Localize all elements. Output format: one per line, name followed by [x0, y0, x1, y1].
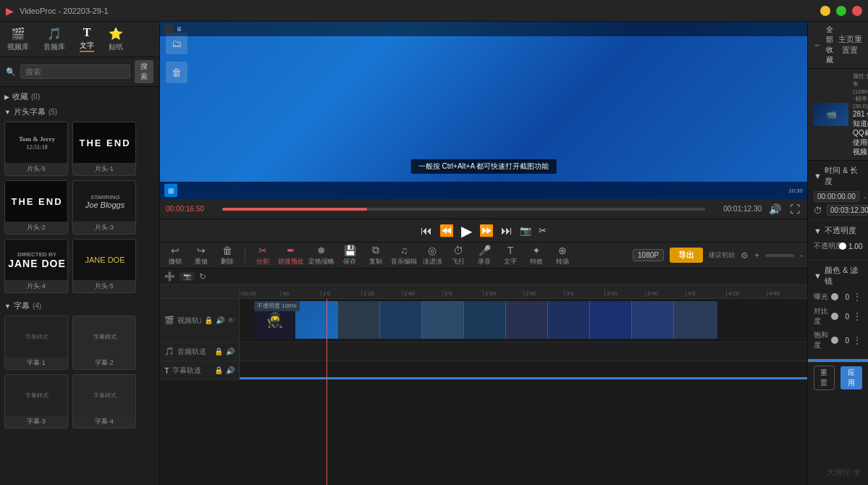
search-input[interactable]	[20, 64, 130, 79]
tl-delete-button[interactable]: 🗑 删除	[216, 245, 238, 266]
ruler-mark-1: 40	[280, 290, 321, 297]
back-button[interactable]: ←	[814, 41, 822, 49]
eye-icon[interactable]: 👁	[227, 316, 235, 324]
tl-save-button[interactable]: 💾 保存	[339, 245, 361, 266]
time-section-header[interactable]: ▼ 时间 & 长度	[814, 165, 862, 187]
next-frame-button[interactable]: ⏭	[501, 224, 513, 237]
video-thumb-5	[464, 301, 506, 339]
tl-fade-button[interactable]: ◎ 淡进淡	[421, 245, 443, 266]
opacity-stepper[interactable]: ⋮	[865, 240, 868, 252]
tl-stitch-button[interactable]: ✒ 拼接预处	[278, 245, 304, 266]
clock-icon: ⏱	[814, 206, 822, 216]
audio-lock-icon[interactable]: 🔒	[214, 347, 223, 355]
play-button[interactable]: ▶	[461, 222, 472, 240]
tl-mic-button[interactable]: 🎤 录音	[473, 245, 495, 266]
card-joe-bloggs-label: 片头·3	[73, 222, 135, 234]
exposure-stepper[interactable]: ⋮	[852, 291, 862, 303]
toolbar-item-effects[interactable]: ⭐ 贴纸	[109, 27, 123, 52]
reset-all-button[interactable]: 主页重置置	[838, 34, 862, 56]
subtitle-section-header[interactable]: ▼ 字幕 (4)	[4, 300, 155, 311]
card-the-end-2[interactable]: THE END 片头·2	[4, 180, 68, 235]
add-track-icon[interactable]: ➕	[164, 271, 175, 282]
export-button[interactable]: 导出	[670, 248, 703, 263]
sub-card-2-label: 字幕·2	[73, 357, 135, 369]
lock-icon[interactable]: 🔒	[204, 316, 213, 324]
minimize-button[interactable]	[820, 6, 830, 16]
card-jane-doe-1[interactable]: DIRECTED BY JANE DOE 片头·4	[4, 239, 68, 293]
tl-undo-button[interactable]: ↩ 撤销	[164, 245, 186, 266]
subtitle-card-4[interactable]: 字幕样式 字幕·4	[72, 374, 136, 429]
video-track-header: 🎬 视频轨道 🔒 🔊 👁	[160, 299, 240, 342]
volume-button[interactable]: 🔊	[767, 203, 783, 215]
toolbar-item-audio[interactable]: 🎵 音频库	[43, 27, 65, 52]
subtitle-track-body[interactable]	[240, 361, 807, 379]
fullscreen-button[interactable]: ⛶	[788, 203, 801, 215]
sub-lock-icon[interactable]: 🔒	[214, 366, 223, 374]
maximize-button[interactable]	[836, 6, 846, 16]
tl-split-button[interactable]: ✂ 分割	[252, 245, 274, 266]
toolbar-item-text[interactable]: T 文字	[80, 26, 94, 52]
tl-text-button[interactable]: T 文字	[500, 245, 521, 266]
title-section-header[interactable]: ▼ 片头字幕 (5)	[4, 106, 155, 117]
favorites-section-header[interactable]: ▶ 收藏 (0)	[4, 91, 155, 102]
audio-track-header: 🎵 音频轨道 🔒 🔊	[160, 342, 240, 360]
resolution-button[interactable]: 1080P	[633, 249, 664, 261]
mute-icon[interactable]: 🔊	[216, 316, 224, 324]
add-media-label[interactable]: 📷	[180, 272, 195, 281]
tl-freeze-button[interactable]: ❅ 定格缩略	[308, 245, 334, 266]
sub-mute-icon[interactable]: 🔊	[226, 366, 235, 374]
card-joe-bloggs[interactable]: STARRING Joe Bloggs 片头·3	[72, 180, 136, 235]
tl-redo-button[interactable]: ↪ 重做	[190, 245, 212, 266]
opacity-arrow: ▼	[814, 227, 822, 235]
step-forward-button[interactable]: ⏩	[479, 224, 494, 237]
progress-bar[interactable]	[222, 208, 705, 211]
tl-zoom-in[interactable]: +	[754, 250, 759, 261]
contrast-stepper[interactable]: ⋮	[852, 311, 862, 322]
card-jane-doe-2[interactable]: JANE DOE 片头·5	[72, 239, 136, 293]
card-the-end-1[interactable]: THE END 片头·1	[72, 122, 136, 176]
search-button[interactable]: 搜索	[135, 60, 153, 83]
contrast-value: 0	[838, 313, 849, 321]
rotate-icon[interactable]: ↻	[199, 271, 206, 282]
card-tom-jerry[interactable]: Tom & Jerry 12:51:18 片头·5	[4, 122, 68, 176]
card-joe-bloggs-thumb: STARRING Joe Bloggs	[73, 181, 136, 222]
color-section-header[interactable]: ▼ 颜色 & 滤镜	[814, 265, 862, 287]
toolbar-item-media[interactable]: 🎬 视频库	[7, 27, 29, 52]
saturation-stepper[interactable]: ⋮	[852, 334, 862, 346]
tl-copy-button[interactable]: ⧉ 复制	[365, 244, 387, 266]
tl-audio-button[interactable]: ♫ 音乐编辑	[391, 245, 417, 266]
subtitle-card-3[interactable]: 字幕样式 字幕·3	[4, 374, 68, 429]
opacity-field-label: 不透明度	[814, 241, 843, 251]
step-back-button[interactable]: ⏪	[439, 224, 454, 237]
snapshot-button[interactable]: 📷	[520, 225, 531, 236]
reset-button[interactable]: 重置	[814, 366, 835, 390]
effects-icon: ⭐	[109, 27, 123, 41]
ruler-mark-2: 1'0	[321, 290, 361, 297]
cap-title: 🖥	[176, 25, 182, 33]
audio-track-body[interactable]	[240, 342, 807, 360]
video-track-name: 视频轨道	[177, 316, 201, 326]
close-button[interactable]	[852, 6, 862, 16]
transition-label: 转场	[556, 257, 569, 266]
crop-button[interactable]: ✂	[539, 225, 547, 236]
ruler-mark-10: 3'40	[645, 290, 686, 297]
opacity-section-header[interactable]: ▼ 不透明度	[814, 225, 862, 236]
subtitle-card-1[interactable]: 字幕样式 字幕·1	[4, 316, 68, 370]
title-card-grid: Tom & Jerry 12:51:18 片头·5 THE END 片头·1	[4, 122, 155, 293]
tl-speed-button[interactable]: ⏱ 飞行	[447, 245, 469, 266]
audio-mute-icon[interactable]: 🔊	[226, 347, 235, 355]
time-label: 时间 & 长度	[825, 165, 862, 187]
redo-label: 重做	[195, 257, 208, 266]
apply-button[interactable]: 应用	[840, 366, 863, 389]
video-track-body[interactable]: 不透明度 100% 🥷	[240, 299, 807, 342]
tl-transition-button[interactable]: ⊕ 转场	[552, 245, 573, 266]
video-thumb-9	[632, 301, 674, 339]
subtitle-card-2[interactable]: 字幕样式 字幕·2	[72, 316, 136, 370]
contrast-label: 对比度	[814, 306, 832, 326]
tl-zoom-out[interactable]: -	[800, 250, 803, 261]
video-thumb-8	[590, 301, 632, 339]
progress-fill	[222, 208, 367, 211]
undo-label: 撤销	[169, 257, 182, 266]
prev-frame-button[interactable]: ⏮	[421, 224, 432, 237]
tl-effect-button[interactable]: ✦ 特效	[526, 245, 547, 266]
